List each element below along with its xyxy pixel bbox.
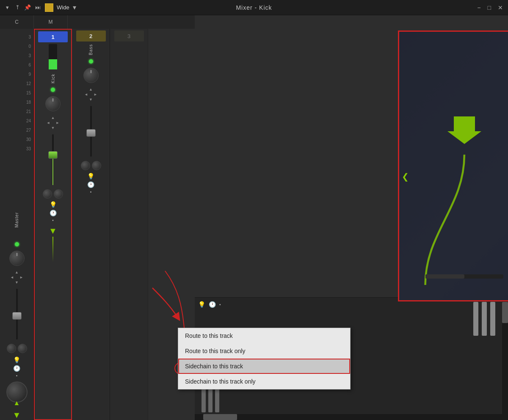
bass-track-number[interactable]: 2 bbox=[76, 30, 106, 41]
bass-channel-label: Bass bbox=[88, 44, 93, 55]
context-menu-item-route-only[interactable]: Route to this track only bbox=[178, 343, 350, 359]
minimize-button[interactable]: − bbox=[475, 4, 482, 11]
bass-channel: 2 Bass ▲ ◄ ► ▼ bbox=[72, 29, 110, 420]
bass-clock-icon[interactable]: 🕐 bbox=[87, 181, 94, 188]
bass-btn-1[interactable] bbox=[81, 161, 90, 170]
kick-btn-1[interactable] bbox=[43, 189, 52, 199]
bass-up-arrow[interactable]: ▲ bbox=[87, 87, 95, 91]
tab-c[interactable]: C bbox=[0, 15, 34, 29]
plugin-icon[interactable]: 💡 bbox=[13, 356, 20, 363]
kick-clock-icon[interactable]: 🕐 bbox=[50, 210, 57, 216]
mode-selector[interactable]: Wide ▾ bbox=[45, 3, 76, 12]
dot-icon: • bbox=[16, 373, 18, 378]
context-menu-item-sidechain-only[interactable]: Sidechain to this track only bbox=[178, 374, 350, 389]
bass-bottom-controls bbox=[81, 161, 101, 170]
master-fader-handle[interactable] bbox=[12, 312, 22, 320]
kick-channel-label: Kick bbox=[51, 74, 55, 83]
scrollbar-vertical[interactable] bbox=[502, 298, 508, 420]
master-down-arrow[interactable]: ▼ bbox=[13, 280, 21, 285]
zoom-view: ❮ ▲ bbox=[398, 30, 508, 301]
kick-up-arrow[interactable]: ▲ bbox=[49, 116, 57, 120]
mode-label: Wide bbox=[57, 4, 69, 11]
kick-fader-line bbox=[52, 159, 53, 185]
close-button[interactable]: ✕ bbox=[496, 4, 505, 11]
kick-channel: 1 Kick ▲ ◄ ► ▼ bbox=[34, 29, 72, 420]
bass-plugin-icon[interactable]: 💡 bbox=[87, 173, 94, 180]
vu-label-3: 3 bbox=[28, 35, 31, 39]
chevron-left-btn[interactable]: ❮ bbox=[402, 171, 409, 182]
master-btn-1[interactable] bbox=[7, 344, 16, 353]
bottom-icons-row: 💡 🕐 • bbox=[198, 301, 221, 308]
window-controls: − □ ✕ bbox=[475, 4, 505, 11]
context-menu-item-sidechain[interactable]: Sidechain to this track bbox=[178, 359, 350, 374]
kick-track-number[interactable]: 1 bbox=[38, 31, 68, 42]
scrollbar-horizontal[interactable] bbox=[195, 414, 502, 420]
bass-knob[interactable] bbox=[83, 68, 99, 83]
kick-knob[interactable] bbox=[45, 96, 61, 111]
bass-right-arrow[interactable]: ► bbox=[91, 92, 100, 97]
master-bottom-controls bbox=[7, 344, 27, 353]
bottom-clock-icon[interactable]: 🕐 bbox=[209, 301, 216, 308]
kick-led[interactable] bbox=[51, 88, 55, 92]
maximize-button[interactable]: □ bbox=[486, 4, 493, 11]
kick-vu-fill bbox=[49, 59, 57, 69]
kick-right-arrow[interactable]: ► bbox=[53, 121, 62, 125]
zoom-left-panel: ❮ bbox=[399, 32, 508, 300]
channel-3: 3 bbox=[110, 29, 148, 420]
master-left-arrow[interactable]: ◄ bbox=[8, 275, 17, 279]
window-title: Mixer - Kick bbox=[236, 4, 272, 11]
bass-left-arrow[interactable]: ◄ bbox=[82, 92, 91, 97]
kick-down-arrow[interactable]: ▼ bbox=[49, 126, 57, 130]
right-fader-3[interactable] bbox=[490, 302, 495, 336]
toolbar-icons: ▾ ⤒ 📌 ⏭ bbox=[3, 4, 41, 11]
track-tabs: C M bbox=[0, 15, 195, 29]
kick-down-arrow: ▼ bbox=[49, 226, 57, 236]
vu-label-15: 15 bbox=[26, 91, 31, 95]
master-led[interactable] bbox=[15, 242, 19, 246]
bass-down-arrow[interactable]: ▼ bbox=[87, 97, 95, 102]
right-fader-1[interactable] bbox=[473, 302, 478, 336]
master-up-arrow[interactable]: ▲ bbox=[13, 270, 21, 274]
right-fader-2[interactable] bbox=[482, 302, 487, 336]
vu-label-3b: 3 bbox=[28, 53, 31, 58]
bass-fader-handle[interactable] bbox=[86, 129, 96, 137]
zoom-fader-bar bbox=[425, 274, 504, 279]
master-down-big-arrow: ▼ bbox=[13, 410, 21, 420]
master-vol-knob[interactable]: ▲ bbox=[6, 381, 28, 403]
bottom-plugin-icon[interactable]: 💡 bbox=[198, 301, 205, 308]
channel-3-number[interactable]: 3 bbox=[114, 30, 144, 41]
kick-fader[interactable] bbox=[47, 134, 59, 185]
pin-icon[interactable]: 📌 bbox=[24, 4, 31, 11]
tab-m[interactable]: M bbox=[34, 15, 68, 29]
arrow-down-icon[interactable]: ▾ bbox=[3, 4, 11, 11]
kick-left-arrow[interactable]: ◄ bbox=[44, 121, 52, 125]
vu-label-0: 0 bbox=[28, 44, 31, 49]
kick-bottom-controls bbox=[43, 189, 63, 199]
kick-btn-2[interactable] bbox=[54, 189, 63, 199]
mode-box bbox=[45, 3, 53, 12]
master-knob[interactable] bbox=[9, 251, 25, 266]
bass-led[interactable] bbox=[89, 59, 93, 64]
kick-fader-handle[interactable] bbox=[48, 151, 58, 159]
bass-btn-2[interactable] bbox=[92, 161, 101, 170]
master-btn-2[interactable] bbox=[18, 344, 27, 353]
mode-dropdown-icon[interactable]: ▾ bbox=[73, 3, 76, 11]
right-faders bbox=[473, 302, 495, 336]
bass-fader[interactable] bbox=[85, 106, 97, 157]
kick-dot-icon: • bbox=[52, 218, 54, 223]
master-fader[interactable] bbox=[11, 289, 23, 340]
master-label: Master bbox=[14, 212, 19, 228]
scrollbar-thumb-h[interactable] bbox=[203, 414, 237, 420]
title-bar: ▾ ⤒ 📌 ⏭ Wide ▾ Mixer - Kick − □ ✕ bbox=[0, 0, 508, 15]
kick-plugin-icon[interactable]: 💡 bbox=[50, 201, 57, 208]
bottom-dot: • bbox=[219, 302, 221, 307]
scrollbar-thumb-v[interactable] bbox=[502, 302, 508, 323]
skip-icon[interactable]: ⏭ bbox=[34, 4, 41, 11]
bass-dot-icon: • bbox=[90, 190, 92, 194]
vu-label-30: 30 bbox=[26, 137, 31, 142]
arrow-up-icon[interactable]: ⤒ bbox=[14, 4, 21, 11]
context-menu-item-route[interactable]: Route to this track bbox=[178, 328, 350, 343]
master-right-arrow[interactable]: ► bbox=[17, 275, 26, 279]
vu-label-9: 9 bbox=[28, 72, 31, 77]
clock-icon[interactable]: 🕐 bbox=[13, 365, 20, 372]
